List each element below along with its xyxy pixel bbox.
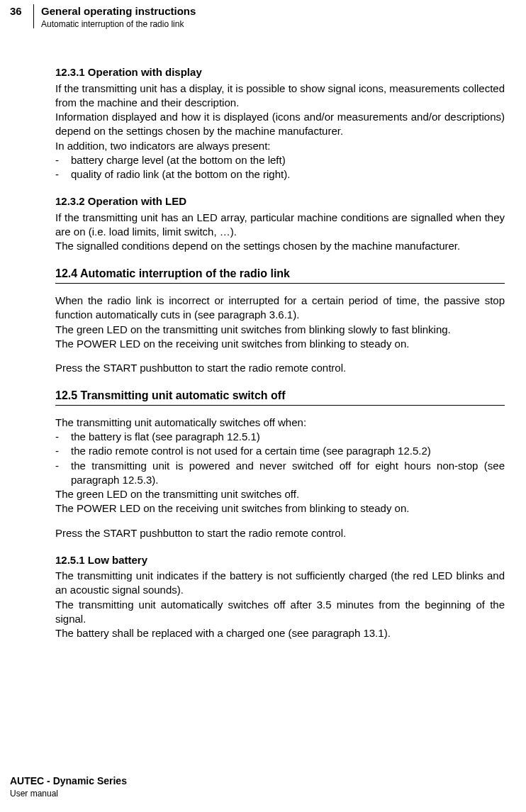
bullet-text: the battery is flat (see paragraph 12.5.… — [71, 430, 505, 444]
list-item: -the battery is flat (see paragraph 12.5… — [55, 430, 505, 444]
section-heading-underlined: 12.5 Transmitting unit automatic switch … — [55, 388, 505, 406]
paragraph: If the transmitting unit has a display, … — [55, 82, 505, 111]
bullet-dash: - — [55, 430, 71, 444]
bullet-list: -battery charge level (at the bottom on … — [55, 153, 505, 182]
page-content: 12.3.1 Operation with display If the tra… — [0, 30, 526, 640]
paragraph: When the radio link is incorrect or inte… — [55, 294, 505, 323]
paragraph: The green LED on the transmitting unit s… — [55, 323, 505, 337]
paragraph: The green LED on the transmitting unit s… — [55, 487, 505, 501]
bullet-dash: - — [55, 444, 71, 458]
bullet-text: battery charge level (at the bottom on t… — [71, 153, 505, 167]
paragraph: Press the START pushbutton to start the … — [55, 361, 505, 375]
list-item: -quality of radio link (at the bottom on… — [55, 167, 505, 182]
paragraph: If the transmitting unit has an LED arra… — [55, 211, 505, 240]
section-12-5: The transmitting unit automatically swit… — [55, 416, 505, 540]
paragraph: The transmitting unit indicates if the b… — [55, 569, 505, 598]
bullet-text: the transmitting unit is powered and nev… — [71, 459, 505, 488]
section-12-3-2: 12.3.2 Operation with LED If the transmi… — [55, 194, 505, 253]
section-heading: 12.3.2 Operation with LED — [55, 194, 505, 208]
footer-subtitle: User manual — [10, 788, 127, 799]
bullet-text: the radio remote control is not used for… — [71, 444, 505, 458]
section-heading-underlined: 12.4 Automatic interruption of the radio… — [55, 266, 505, 284]
page-number: 36 — [0, 4, 34, 28]
list-item: -battery charge level (at the bottom on … — [55, 153, 505, 167]
page-footer: AUTEC - Dynamic Series User manual — [10, 774, 127, 799]
paragraph: In addition, two indicators are always p… — [55, 139, 505, 153]
list-item: -the transmitting unit is powered and ne… — [55, 459, 505, 488]
bullet-text: quality of radio link (at the bottom on … — [71, 167, 505, 182]
paragraph: The signalled conditions depend on the s… — [55, 239, 505, 253]
footer-title: AUTEC - Dynamic Series — [10, 774, 127, 788]
section-12-3-1: 12.3.1 Operation with display If the tra… — [55, 65, 505, 182]
bullet-dash: - — [55, 167, 71, 182]
section-heading: 12.3.1 Operation with display — [55, 65, 505, 79]
paragraph: The POWER LED on the receiving unit swit… — [55, 501, 505, 516]
section-12-4: When the radio link is incorrect or inte… — [55, 294, 505, 375]
section-12-5-1: 12.5.1 Low battery The transmitting unit… — [55, 553, 505, 641]
bullet-dash: - — [55, 153, 71, 167]
header-text: General operating instructions Automatic… — [34, 4, 196, 30]
paragraph: The POWER LED on the receiving unit swit… — [55, 337, 505, 351]
bullet-dash: - — [55, 459, 71, 488]
list-item: -the radio remote control is not used fo… — [55, 444, 505, 458]
paragraph: The transmitting unit automatically swit… — [55, 416, 505, 430]
paragraph: The battery shall be replaced with a cha… — [55, 626, 505, 640]
header-title: General operating instructions — [41, 4, 196, 18]
paragraph: Information displayed and how it is disp… — [55, 110, 505, 139]
section-heading: 12.5.1 Low battery — [55, 553, 505, 567]
paragraph: Press the START pushbutton to start the … — [55, 526, 505, 540]
header-subtitle: Automatic interruption of the radio link — [41, 18, 196, 30]
paragraph: The transmitting unit automatically swit… — [55, 598, 505, 627]
bullet-list: -the battery is flat (see paragraph 12.5… — [55, 430, 505, 487]
page-header: 36 General operating instructions Automa… — [0, 0, 526, 30]
